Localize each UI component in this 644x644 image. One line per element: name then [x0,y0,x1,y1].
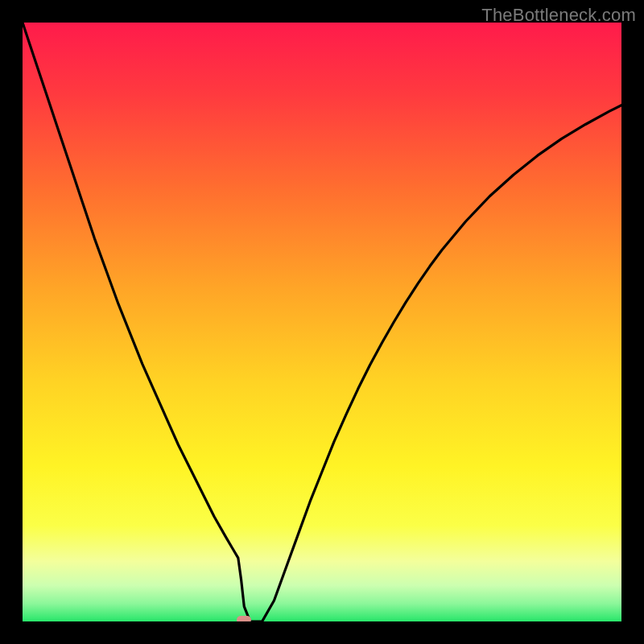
minimum-marker [237,616,251,621]
chart-frame: TheBottleneck.com [0,0,644,644]
watermark-text: TheBottleneck.com [481,5,636,26]
plot-area [23,23,621,621]
bottleneck-curve [23,23,621,621]
